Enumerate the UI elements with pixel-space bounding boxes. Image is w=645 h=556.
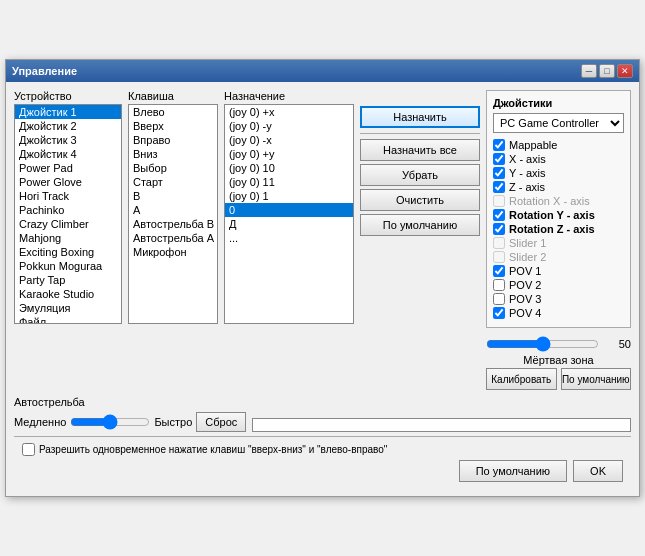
deadzone-slider[interactable] [486, 336, 599, 352]
joystick-select[interactable]: PC Game Controller [493, 113, 624, 133]
content-area: Устройство Джойстик 1Джойстик 2Джойстик … [6, 82, 639, 496]
assign-listbox[interactable]: (joy 0) +x(joy 0) -y(joy 0) -x(joy 0) +y… [224, 104, 354, 324]
assign-item[interactable]: 0 [225, 203, 353, 217]
assign-item[interactable]: (joy 0) 11 [225, 175, 353, 189]
key-item[interactable]: Автострельба А [129, 231, 217, 245]
remove-button[interactable]: Убрать [360, 164, 480, 186]
minimize-button[interactable]: ─ [581, 64, 597, 78]
close-button[interactable]: ✕ [617, 64, 633, 78]
joystick-checkbox[interactable] [493, 293, 505, 305]
joystick-checkbox-row: POV 2 [493, 279, 624, 291]
joystick-checkbox-row: POV 3 [493, 293, 624, 305]
key-item[interactable]: Влево [129, 105, 217, 119]
joystick-checkbox-label: Rotation Z - axis [509, 223, 595, 235]
key-group: Клавиша ВлевоВверхВправоВнизВыборСтартВА… [128, 90, 218, 390]
joystick-checkbox-label: X - axis [509, 153, 546, 165]
title-bar: Управление ─ □ ✕ [6, 60, 639, 82]
assign-item[interactable]: (joy 0) -x [225, 133, 353, 147]
assign-item[interactable]: (joy 0) 10 [225, 161, 353, 175]
joystick-checkbox[interactable] [493, 195, 505, 207]
deadzone-label: Мёртвая зона [486, 354, 631, 366]
deadzone-default-button[interactable]: По умолчанию [561, 368, 632, 390]
ok-button[interactable]: OK [573, 460, 623, 482]
device-item[interactable]: Джойстик 1 [15, 105, 121, 119]
device-item[interactable]: Pokkun Moguraa [15, 259, 121, 273]
joystick-checkbox[interactable] [493, 223, 505, 235]
key-listbox[interactable]: ВлевоВверхВправоВнизВыборСтартВААвтостре… [128, 104, 218, 324]
device-item[interactable]: Exciting Boxing [15, 245, 121, 259]
reset-button[interactable]: Сброс [196, 412, 246, 432]
title-controls: ─ □ ✕ [581, 64, 633, 78]
footer-checkbox-row: Разрешить одновременное нажатие клавиш "… [22, 443, 623, 456]
assign-item[interactable]: (joy 0) +y [225, 147, 353, 161]
key-item[interactable]: Вниз [129, 147, 217, 161]
device-item[interactable]: Power Pad [15, 161, 121, 175]
joystick-checkbox-label: Y - axis [509, 167, 545, 179]
clear-button[interactable]: Очистить [360, 189, 480, 211]
joystick-checkbox-label: Slider 1 [509, 237, 546, 249]
simultaneous-keys-checkbox[interactable] [22, 443, 35, 456]
device-listbox[interactable]: Джойстик 1Джойстик 2Джойстик 3Джойстик 4… [14, 104, 122, 324]
key-item[interactable]: А [129, 203, 217, 217]
assign-button[interactable]: Назначить [360, 106, 480, 128]
bottom-row: Автострельба Медленно Быстро Сброс [14, 396, 631, 432]
key-item[interactable]: Автострельба В [129, 217, 217, 231]
joystick-checkbox[interactable] [493, 307, 505, 319]
device-item[interactable]: Джойстик 2 [15, 119, 121, 133]
right-panel: Джойстики PC Game Controller MappableX -… [486, 90, 631, 390]
window-title: Управление [12, 65, 77, 77]
device-item[interactable]: Джойстик 3 [15, 133, 121, 147]
joystick-checkbox-row: Slider 2 [493, 251, 624, 263]
joystick-checkbox[interactable] [493, 265, 505, 277]
slider-container [70, 414, 150, 430]
device-item[interactable]: Джойстик 4 [15, 147, 121, 161]
key-item[interactable]: Старт [129, 175, 217, 189]
device-item[interactable]: Pachinko [15, 203, 121, 217]
joystick-checkbox[interactable] [493, 209, 505, 221]
key-item[interactable]: Микрофон [129, 245, 217, 259]
joystick-checkbox-row: Y - axis [493, 167, 624, 179]
slider-row: Медленно Быстро Сброс [14, 412, 246, 432]
assign-item[interactable]: Д [225, 217, 353, 231]
joystick-checkbox-label: Z - axis [509, 181, 545, 193]
maximize-button[interactable]: □ [599, 64, 615, 78]
joystick-checkbox-row: X - axis [493, 153, 624, 165]
joystick-checkbox[interactable] [493, 181, 505, 193]
assign-item[interactable]: (joy 0) 1 [225, 189, 353, 203]
device-group: Устройство Джойстик 1Джойстик 2Джойстик … [14, 90, 122, 390]
device-item[interactable]: Mahjong [15, 231, 121, 245]
joystick-title: Джойстики [493, 97, 624, 109]
autofire-slider[interactable] [70, 414, 150, 430]
footer-bar: Разрешить одновременное нажатие клавиш "… [14, 436, 631, 488]
assign-item[interactable]: (joy 0) +x [225, 105, 353, 119]
joystick-checkbox[interactable] [493, 279, 505, 291]
joystick-checkbox[interactable] [493, 251, 505, 263]
device-item[interactable]: Karaoke Studio [15, 287, 121, 301]
key-item[interactable]: Вправо [129, 133, 217, 147]
deadzone-row: 50 [486, 336, 631, 352]
device-item[interactable]: Файл [15, 315, 121, 324]
assign-item[interactable]: (joy 0) -y [225, 119, 353, 133]
assign-all-button[interactable]: Назначить все [360, 139, 480, 161]
joystick-checkbox-row: Rotation Z - axis [493, 223, 624, 235]
deadzone-section: 50 Мёртвая зона Калибровать По умолчанию [486, 336, 631, 390]
key-item[interactable]: Вверх [129, 119, 217, 133]
joystick-checkbox[interactable] [493, 139, 505, 151]
joystick-checkbox[interactable] [493, 237, 505, 249]
autofire-label: Автострельба [14, 396, 246, 408]
device-item[interactable]: Party Tap [15, 273, 121, 287]
joystick-select-row: PC Game Controller [493, 113, 624, 133]
assign-item[interactable]: ... [225, 231, 353, 245]
device-item[interactable]: Эмуляция [15, 301, 121, 315]
device-item[interactable]: Power Glove [15, 175, 121, 189]
assign-group: Назначение (joy 0) +x(joy 0) -y(joy 0) -… [224, 90, 354, 390]
calibrate-button[interactable]: Калибровать [486, 368, 557, 390]
default-button[interactable]: По умолчанию [360, 214, 480, 236]
key-item[interactable]: В [129, 189, 217, 203]
device-item[interactable]: Crazy Climber [15, 217, 121, 231]
joystick-checkbox[interactable] [493, 167, 505, 179]
footer-default-button[interactable]: По умолчанию [459, 460, 567, 482]
device-item[interactable]: Hori Track [15, 189, 121, 203]
joystick-checkbox[interactable] [493, 153, 505, 165]
key-item[interactable]: Выбор [129, 161, 217, 175]
